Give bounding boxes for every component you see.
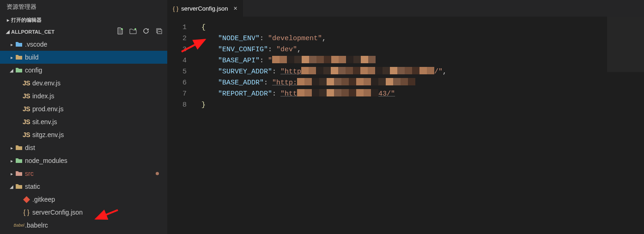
code-line-7[interactable]: "REPORT_ADDR": "htt43/" xyxy=(201,89,644,100)
open-editors-label: 打开的编辑器 xyxy=(11,17,42,24)
tree-item-label: dev.env.js xyxy=(32,79,61,87)
tree-file-sit.env.js[interactable]: JSsit.env.js xyxy=(0,115,167,128)
tree-item-label: static xyxy=(25,183,40,190)
tab-serverconfig[interactable]: { } serverConfig.json × xyxy=(167,0,243,17)
code-line-1[interactable]: { xyxy=(201,22,644,33)
js-icon: JS xyxy=(22,105,30,113)
tree-file-prod.env.js[interactable]: JSprod.env.js xyxy=(0,102,167,115)
tree-folder-static[interactable]: ◢ static xyxy=(0,180,167,193)
tree-item-label: serverConfig.json xyxy=(32,209,83,216)
tab-bar: { } serverConfig.json × xyxy=(167,0,644,17)
redacted-block xyxy=(297,78,415,85)
tree-folder-src[interactable]: ▸ src xyxy=(0,167,167,180)
tree-item-label: config xyxy=(25,66,42,74)
chevron-right-icon: ▸ xyxy=(8,171,15,176)
redacted-block xyxy=(297,89,378,96)
js-icon: JS xyxy=(22,92,30,100)
line-number: 3 xyxy=(167,44,187,55)
js-icon: JS xyxy=(22,118,30,126)
tree-file-.babelrc[interactable]: Babel.babelrc xyxy=(0,219,167,232)
git-icon xyxy=(22,196,30,203)
code-line-4[interactable]: "BASE_API": " xyxy=(201,55,644,66)
new-file-icon[interactable] xyxy=(116,27,124,36)
dirty-indicator-icon xyxy=(156,172,159,175)
editor-area: { } serverConfig.json × 12345678 { "NODE… xyxy=(167,0,644,234)
tree-folder-build[interactable]: ▸ build xyxy=(0,51,167,64)
folder-icon xyxy=(15,54,23,60)
explorer-actions xyxy=(116,27,164,36)
tree-folder-node_modules[interactable]: ▸ node_modules xyxy=(0,154,167,167)
tree-file-sitgz.env.js[interactable]: JSsitgz.env.js xyxy=(0,128,167,141)
line-number: 8 xyxy=(167,100,187,111)
tree-file-index.js[interactable]: JSindex.js xyxy=(0,90,167,102)
refresh-icon[interactable] xyxy=(142,27,150,36)
chevron-right-icon: ▸ xyxy=(8,158,15,163)
folder-icon xyxy=(15,170,23,177)
line-number: 2 xyxy=(167,33,187,44)
babel-icon: Babel xyxy=(15,223,23,228)
js-icon: JS xyxy=(22,79,30,87)
line-number: 1 xyxy=(167,22,187,33)
tree-item-label: src xyxy=(25,170,34,177)
tree-item-label: dist xyxy=(25,144,35,151)
tree-item-label: .gitkeep xyxy=(32,196,55,203)
folder-icon xyxy=(15,157,23,164)
tree-file-.gitkeep[interactable]: .gitkeep xyxy=(0,193,167,206)
redacted-block xyxy=(301,67,434,74)
line-number: 6 xyxy=(167,78,187,89)
line-numbers: 12345678 xyxy=(167,17,193,234)
tree-folder-config[interactable]: ◢ config xyxy=(0,64,167,77)
tree-item-label: build xyxy=(25,54,39,61)
tree-item-label: .vscode xyxy=(25,41,47,48)
collapse-all-icon[interactable] xyxy=(155,27,163,36)
chevron-right-icon: ▸ xyxy=(8,42,15,47)
tree-file-serverConfig.json[interactable]: { }serverConfig.json xyxy=(0,206,167,219)
tree-file-dev.env.js[interactable]: JSdev.env.js xyxy=(0,77,167,90)
new-folder-icon[interactable] xyxy=(129,27,137,36)
line-number: 4 xyxy=(167,55,187,66)
json-icon: { } xyxy=(22,209,30,216)
chevron-right-icon: ▸ xyxy=(8,145,15,150)
code-line-3[interactable]: "ENV_CONFIG": "dev", xyxy=(201,44,644,55)
tree-folder-.vscode[interactable]: ▸ .vscode xyxy=(0,38,167,51)
folder-icon xyxy=(15,41,23,48)
file-tree: ▸ .vscode▸ build◢ configJSdev.env.jsJSin… xyxy=(0,38,167,234)
redacted-block xyxy=(272,56,376,63)
tree-item-label: .babelrc xyxy=(25,222,48,229)
js-icon: JS xyxy=(22,131,30,138)
tree-item-label: node_modules xyxy=(25,157,67,164)
tree-item-label: sitgz.env.js xyxy=(32,131,64,138)
tree-item-label: sit.env.js xyxy=(32,118,57,126)
code-line-2[interactable]: "NODE_ENV": "development", xyxy=(201,33,644,44)
folder-icon xyxy=(15,144,23,151)
line-number: 5 xyxy=(167,66,187,78)
tree-item-label: index.js xyxy=(32,92,54,100)
code-line-6[interactable]: "BASE_ADDR": "http: xyxy=(201,78,644,89)
chevron-down-icon: ◢ xyxy=(8,68,15,73)
open-editors-header[interactable]: ▸ 打开的编辑器 xyxy=(0,15,167,25)
code-content[interactable]: { "NODE_ENV": "development", "ENV_CONFIG… xyxy=(193,17,644,234)
close-icon[interactable]: × xyxy=(233,5,237,12)
project-name-label: ALLPORTAL_CET xyxy=(11,29,55,35)
code-line-8[interactable]: } xyxy=(201,100,644,111)
chevron-right-icon: ▸ xyxy=(5,18,11,23)
explorer-title: 资源管理器 xyxy=(0,0,167,15)
minimap-slider[interactable] xyxy=(607,17,644,72)
folder-icon xyxy=(15,183,23,190)
minimap[interactable] xyxy=(607,17,644,234)
folder-icon xyxy=(15,67,23,73)
code-line-5[interactable]: "SURVEY_ADDR": "http/", xyxy=(201,66,644,78)
code-editor[interactable]: 12345678 { "NODE_ENV": "development", "E… xyxy=(167,17,644,234)
chevron-down-icon: ◢ xyxy=(5,29,11,34)
chevron-right-icon: ▸ xyxy=(8,55,15,60)
project-section-header[interactable]: ◢ ALLPORTAL_CET xyxy=(0,25,167,38)
chevron-down-icon: ◢ xyxy=(8,184,15,189)
explorer-sidebar: 资源管理器 ▸ 打开的编辑器 ◢ ALLPORTAL_CET ▸ .vscode… xyxy=(0,0,167,234)
line-number: 7 xyxy=(167,89,187,100)
tab-label: serverConfig.json xyxy=(181,5,228,12)
tree-item-label: prod.env.js xyxy=(32,105,63,113)
tree-folder-dist[interactable]: ▸ dist xyxy=(0,141,167,154)
json-icon: { } xyxy=(173,5,178,12)
